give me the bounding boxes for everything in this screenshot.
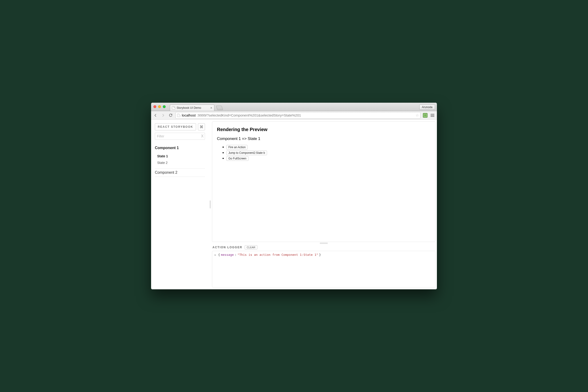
- story-item[interactable]: State 1: [157, 153, 205, 160]
- kind-label: Component 2: [155, 170, 177, 174]
- list-item: Go FullScreen: [226, 156, 431, 161]
- preview-heading: Rendering the Preview: [217, 127, 431, 132]
- browser-tabs: Storybook UI Demo × Arunoda: [170, 104, 437, 111]
- story-tree: Component 1 State 1 State 2 Component 2: [155, 144, 205, 177]
- close-tab-icon[interactable]: ×: [210, 106, 212, 110]
- profile-name: Arunoda: [422, 106, 432, 109]
- url-host: localhost: [182, 113, 196, 117]
- back-button[interactable]: [153, 113, 158, 118]
- maximize-window-button[interactable]: [163, 105, 166, 108]
- tab-title: Storybook UI Demo: [177, 106, 201, 110]
- action-logger-title: ACTION LOGGER: [213, 246, 242, 249]
- titlebar: Storybook UI Demo × Arunoda: [151, 103, 437, 111]
- kind-item[interactable]: Component 2: [155, 168, 205, 177]
- log-value: "This is an action from Component 1:Stat…: [238, 253, 318, 256]
- close-window-button[interactable]: [153, 105, 156, 108]
- log-key: message: [221, 253, 234, 256]
- page-icon: [177, 114, 180, 117]
- list-item: Fire an Action: [226, 145, 431, 150]
- command-icon: ⌘: [200, 125, 203, 129]
- vertical-resizer[interactable]: [209, 120, 211, 289]
- action-logger-header: ACTION LOGGER CLEAR: [211, 244, 436, 251]
- page-icon: [172, 106, 175, 110]
- shortcuts-button[interactable]: ⌘: [198, 123, 205, 130]
- browser-tab[interactable]: Storybook UI Demo ×: [170, 104, 214, 111]
- browser-menu-button[interactable]: [430, 114, 435, 117]
- preview-actions: Fire an Action Jump to Component2:State …: [217, 145, 431, 161]
- window-controls: [153, 105, 166, 108]
- kind-label: Component 1: [155, 146, 179, 150]
- action-logger-panel: ▶ {message:"This is an action from Compo…: [212, 251, 435, 288]
- clear-logger-button[interactable]: CLEAR: [245, 245, 258, 250]
- filter-input[interactable]: [155, 133, 200, 140]
- url-path: :9999/?selectedKind=Component%201&select…: [197, 113, 301, 117]
- preview-panel: Rendering the Preview Component 1 => Sta…: [212, 122, 435, 242]
- storybook-app: REACT STORYBOOK ⌘ X Component 1 State: [151, 120, 437, 289]
- browser-toolbar: localhost:9999/?selectedKind=Component%2…: [151, 111, 437, 120]
- story-list: State 1 State 2: [155, 152, 205, 168]
- story-label: State 2: [157, 161, 168, 164]
- browser-window: Storybook UI Demo × Arunoda localhost:99…: [151, 103, 437, 289]
- sidebar: REACT STORYBOOK ⌘ X Component 1 State: [151, 120, 209, 289]
- log-brace: {: [218, 253, 220, 256]
- forward-button[interactable]: [160, 113, 166, 118]
- minimize-window-button[interactable]: [158, 105, 161, 108]
- profile-button[interactable]: Arunoda: [419, 104, 435, 110]
- story-label: State 1: [157, 154, 168, 158]
- brand-label: REACT STORYBOOK: [158, 125, 193, 128]
- horizontal-resizer[interactable]: [211, 242, 436, 244]
- clear-filter-button[interactable]: X: [200, 133, 205, 140]
- list-item: Jump to Component2:State b: [226, 150, 431, 155]
- log-colon: :: [235, 253, 237, 256]
- bookmark-star-icon[interactable]: ☆: [416, 113, 419, 118]
- main-panel: Rendering the Preview Component 1 => Sta…: [211, 120, 437, 289]
- new-tab-button[interactable]: [216, 106, 223, 110]
- expand-icon[interactable]: ▶: [215, 253, 216, 256]
- brand-button[interactable]: REACT STORYBOOK: [155, 123, 196, 130]
- log-brace: }: [319, 253, 321, 256]
- preview-subheading: Component 1 => State 1: [217, 136, 431, 141]
- kind-item[interactable]: Component 1: [155, 144, 205, 152]
- extension-icon[interactable]: [423, 113, 428, 118]
- fire-action-button[interactable]: Fire an Action: [226, 145, 248, 150]
- clear-x-label: X: [201, 134, 204, 138]
- story-item[interactable]: State 2: [157, 160, 205, 166]
- address-bar[interactable]: localhost:9999/?selectedKind=Component%2…: [175, 112, 420, 119]
- reload-button[interactable]: [168, 113, 173, 118]
- log-entry[interactable]: ▶ {message:"This is an action from Compo…: [215, 253, 433, 256]
- fullscreen-button[interactable]: Go FullScreen: [226, 156, 249, 161]
- jump-button[interactable]: Jump to Component2:State b: [226, 150, 267, 155]
